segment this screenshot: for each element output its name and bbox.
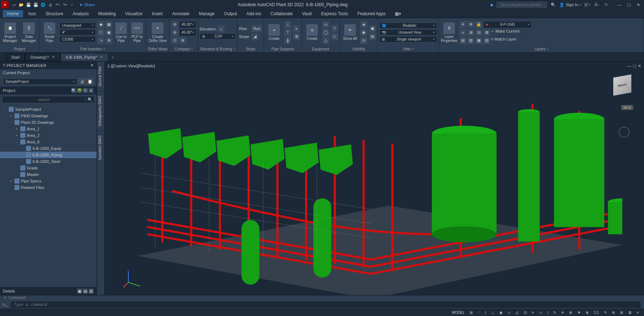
compass-icon-4[interactable]: ⊗ (179, 37, 186, 44)
collapse-icon[interactable]: - (9, 120, 13, 125)
viewport[interactable]: [–][Custom View][Realistic] — ▢ ✕ RIGHT … (105, 62, 644, 295)
tree-search-input[interactable] (2, 96, 86, 103)
details-icon-1[interactable]: ▣ (77, 288, 82, 294)
proj-tree-icon[interactable]: 🌳 (77, 88, 82, 93)
vp-close-icon[interactable]: ✕ (638, 64, 641, 68)
proj-menu-icon[interactable]: ▾ (89, 88, 94, 93)
support-tool-5[interactable]: ⊞ (293, 33, 300, 40)
qat-dropdown-icon[interactable]: ▾ (69, 1, 75, 8)
current-project-combo[interactable]: SampleProject▾ (3, 79, 77, 85)
layer-properties-button[interactable]: ≣Layer Properties (440, 20, 458, 46)
layer-tool-3[interactable]: ⊟ (475, 29, 482, 36)
dyn-icon[interactable]: ⊕ (567, 310, 574, 315)
menu-tab-featured-apps[interactable]: Featured Apps (353, 10, 390, 17)
create-support-button[interactable]: ✦Create (265, 20, 283, 46)
menu-tab-analysis[interactable]: Analysis (68, 10, 93, 17)
details-bar[interactable]: Details ▣▤▥ (0, 287, 97, 295)
ribbon-overflow-icon[interactable]: ▦▾ (391, 10, 405, 17)
panel-title-layers[interactable]: Layers ▾ (440, 46, 642, 52)
tree-item[interactable]: -Plant 3D Drawings (0, 119, 97, 126)
details-icon-3[interactable]: ▥ (89, 288, 94, 294)
make-current-button[interactable]: ✓ Make Current (491, 29, 520, 36)
plot-icon[interactable]: 🖨 (47, 1, 54, 8)
create-equipment-button[interactable]: ⚙Create (303, 20, 321, 46)
osnap-icon[interactable]: ∠ (513, 310, 521, 315)
add-tab-button[interactable]: + (108, 55, 117, 59)
layer-tool-1[interactable]: ≡ (459, 29, 466, 36)
show-all-button[interactable]: 👁Show All (341, 20, 359, 46)
expand-icon[interactable]: + (14, 127, 19, 131)
tree-item[interactable]: -Area_6 (0, 139, 97, 145)
cycle-icon[interactable]: ↻ (551, 310, 558, 315)
tool-icon-3[interactable]: ⬡ (97, 29, 105, 36)
iso-icon[interactable]: ◇ (506, 310, 513, 315)
support-tool-3[interactable]: ╫ (284, 37, 291, 44)
vis-tool-4[interactable]: ▣ (369, 25, 376, 32)
support-tool-4[interactable]: ≡ (293, 25, 300, 32)
close-icon[interactable]: ✕ (52, 55, 55, 59)
layer-tool-8[interactable]: ▧ (483, 37, 490, 44)
menu-tab-output[interactable]: Output (219, 10, 241, 17)
current-layer-combo[interactable]: ■ 6-P-1041▾ (483, 21, 532, 28)
menu-tab-visualize[interactable]: Visualize (121, 10, 147, 17)
match-layer-button[interactable]: ≡ Match Layer (491, 37, 516, 44)
elevation-icon[interactable]: ⌂ (217, 25, 225, 33)
cmd-handle-icon[interactable]: ✕ (4, 296, 7, 300)
gear-icon[interactable]: ⚙ (610, 310, 617, 315)
menu-tab-structure[interactable]: Structure (41, 10, 68, 17)
open-icon[interactable]: 📂 (18, 1, 25, 8)
tree-item[interactable]: +Pipe Specs (0, 178, 97, 184)
angle2-combo[interactable]: 45.00°▾ (179, 29, 196, 36)
viewport-combo[interactable]: ⊞ Single viewport▾ (379, 36, 437, 42)
saved-view-combo[interactable]: 📷 Unsaved View▾ (379, 29, 437, 35)
menu-tab-express-tools[interactable]: Express Tools (317, 10, 352, 17)
vis-tool-1[interactable]: ◈ (360, 21, 367, 28)
tree-item[interactable]: Related Files (0, 184, 97, 191)
info-icon[interactable]: ▶ (491, 3, 494, 7)
gizmo-icon[interactable]: ⊗ (584, 310, 591, 315)
data-manager-button[interactable]: 🗄Data Manager (20, 20, 38, 46)
menu-tab-vault[interactable]: Vault (298, 10, 316, 17)
save-icon[interactable]: 💾 (25, 1, 32, 8)
tree-item[interactable]: Grade (0, 165, 97, 171)
vp-minimize-icon[interactable]: — (627, 64, 631, 68)
vis-tool-3[interactable]: ◎ (360, 37, 367, 44)
run-button[interactable]: Run (251, 25, 262, 32)
tree-item[interactable]: Master (0, 171, 97, 178)
project-manager-button[interactable]: 📋Project Manager (1, 20, 19, 46)
scale-button[interactable]: 1:1 (592, 310, 601, 315)
search-input[interactable] (496, 2, 547, 8)
layer-tool-6[interactable]: ▥ (467, 37, 474, 44)
side-tab-isometric-dwg[interactable]: Isometric DWG (97, 131, 105, 164)
tree-item[interactable]: 6-B-1000_Piping (0, 152, 97, 158)
layer-icon-lock[interactable]: 🔒 (475, 21, 482, 28)
doc-tab[interactable]: Drawing1*✕ (25, 53, 60, 61)
vis-tool-2[interactable]: ◉ (360, 29, 367, 36)
lweight-icon[interactable]: ≡ (530, 310, 536, 315)
minimize-button[interactable]: — (615, 1, 624, 8)
pcf-to-pipe-button[interactable]: PCFPCF to Pipe (130, 20, 144, 46)
assignment-combo[interactable]: Unassigned▾ (60, 22, 96, 29)
tool-icon-1[interactable]: ◆ (97, 21, 105, 28)
wcs-badge[interactable]: WCS (621, 105, 633, 110)
menu-tab-modeling[interactable]: Modeling (94, 10, 120, 17)
panel-title-compass[interactable]: Compass ▾ (171, 46, 196, 52)
equip-tool-3[interactable]: △ (322, 37, 329, 44)
close-icon[interactable]: ✕ (90, 63, 94, 68)
proj-search-icon[interactable]: 🔍 (71, 88, 76, 93)
ortho-icon[interactable]: ⊥ (489, 310, 496, 315)
side-tab-orthographic-dwg[interactable]: Orthographic DWG (97, 91, 105, 131)
anno-icon[interactable]: ✎ (602, 310, 609, 315)
tree-search-button[interactable]: 🔍 (86, 96, 94, 103)
maximize-button[interactable]: ▢ (624, 1, 633, 8)
line-to-pipe-button[interactable]: ╱Line to Pipe (114, 20, 128, 46)
menu-tab-insert[interactable]: Insert (148, 10, 167, 17)
layer-tool-4[interactable]: ⊠ (483, 29, 490, 36)
support-tool-1[interactable]: ⊥ (284, 21, 291, 28)
grid-icon[interactable]: ⊞ (468, 310, 475, 315)
menu-tab-isos[interactable]: Isos (24, 10, 40, 17)
autodesk-icon[interactable]: Å▾ (593, 1, 600, 8)
polar-icon[interactable]: ◉ (497, 310, 505, 315)
proj-refresh-icon[interactable]: ↻ (83, 88, 88, 93)
snap-icon[interactable]: ∷ (475, 310, 482, 315)
